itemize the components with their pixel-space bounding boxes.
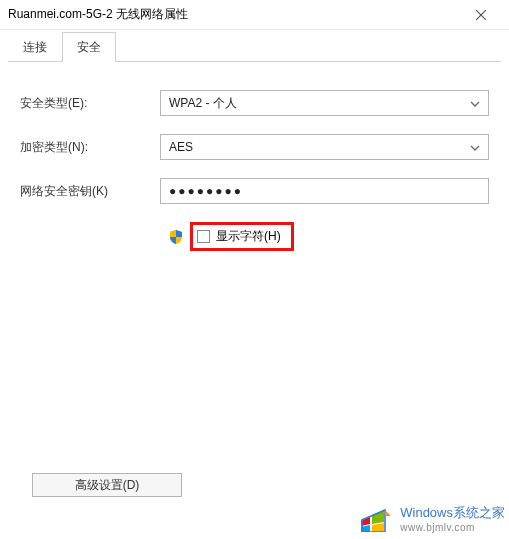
label-security-type: 安全类型(E): bbox=[20, 95, 160, 112]
watermark: Windows系统之家 www.bjmlv.com bbox=[358, 502, 505, 535]
tab-security-label: 安全 bbox=[77, 40, 101, 54]
security-panel: 安全类型(E): WPA2 - 个人 加密类型(N): AES 网络安全密钥(K… bbox=[0, 62, 509, 263]
checkbox-show-characters[interactable] bbox=[197, 230, 210, 243]
advanced-button-wrap: 高级设置(D) bbox=[32, 473, 182, 497]
svg-marker-6 bbox=[385, 510, 391, 516]
svg-marker-3 bbox=[372, 510, 384, 524]
chevron-down-icon bbox=[470, 140, 480, 154]
titlebar: Ruanmei.com-5G-2 无线网络属性 bbox=[0, 0, 509, 30]
svg-marker-5 bbox=[372, 523, 384, 532]
input-network-key-value: ●●●●●●●● bbox=[169, 184, 243, 198]
watermark-text-wrap: Windows系统之家 www.bjmlv.com bbox=[400, 504, 505, 533]
highlight-show-characters: 显示字符(H) bbox=[190, 222, 294, 251]
shield-icon bbox=[168, 229, 184, 245]
combo-encryption-type[interactable]: AES bbox=[160, 134, 489, 160]
close-button[interactable] bbox=[461, 1, 501, 29]
advanced-settings-button[interactable]: 高级设置(D) bbox=[32, 473, 182, 497]
label-network-key: 网络安全密钥(K) bbox=[20, 183, 160, 200]
advanced-settings-label: 高级设置(D) bbox=[75, 477, 140, 494]
row-security-type: 安全类型(E): WPA2 - 个人 bbox=[20, 90, 489, 116]
combo-security-type[interactable]: WPA2 - 个人 bbox=[160, 90, 489, 116]
tab-connection[interactable]: 连接 bbox=[8, 32, 62, 62]
input-network-key[interactable]: ●●●●●●●● bbox=[160, 178, 489, 204]
combo-encryption-type-value: AES bbox=[169, 140, 193, 154]
tab-strip: 连接 安全 bbox=[0, 32, 509, 62]
watermark-url: www.bjmlv.com bbox=[400, 522, 505, 533]
label-show-characters: 显示字符(H) bbox=[216, 228, 281, 245]
row-encryption-type: 加密类型(N): AES bbox=[20, 134, 489, 160]
close-icon bbox=[476, 7, 486, 23]
tab-connection-label: 连接 bbox=[23, 40, 47, 54]
row-show-characters: 显示字符(H) bbox=[168, 222, 489, 251]
label-encryption-type: 加密类型(N): bbox=[20, 139, 160, 156]
windows-logo-icon bbox=[358, 502, 394, 535]
tab-security[interactable]: 安全 bbox=[62, 32, 116, 62]
window-title: Ruanmei.com-5G-2 无线网络属性 bbox=[8, 6, 461, 23]
combo-security-type-value: WPA2 - 个人 bbox=[169, 95, 237, 112]
row-network-key: 网络安全密钥(K) ●●●●●●●● bbox=[20, 178, 489, 204]
watermark-brand: Windows系统之家 bbox=[400, 504, 505, 522]
chevron-down-icon bbox=[470, 96, 480, 110]
